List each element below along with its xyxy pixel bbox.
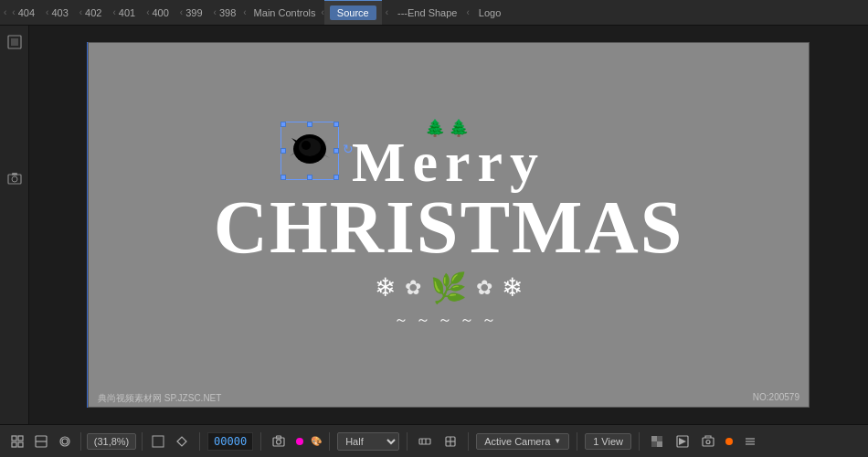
svg-rect-32 (651, 436, 657, 441)
christmas-text: CHRISTMAS (214, 192, 684, 263)
bottom-toolbar: (31,8%) 00000 🎨 HalfFullQuarterThird Act… (0, 424, 868, 457)
toolbar-divider-6 (407, 432, 408, 451)
handle-bot-mid[interactable] (307, 175, 312, 180)
christmas-subtitle: ❄ ✿ 🌿 ✿ ❄ (375, 271, 523, 305)
select-tool-icon[interactable] (5, 33, 24, 51)
merry-text: Merry (352, 133, 545, 192)
toolbar-divider-7 (468, 432, 469, 451)
tab-402[interactable]: ‹ 402 (74, 0, 108, 26)
tab-bar: ‹ ‹ 404 ‹ 403 ‹ 402 ‹ 401 ‹ 400 ‹ 399 ‹ … (0, 0, 868, 26)
handle-bot-right[interactable] (333, 175, 339, 180)
svg-point-7 (302, 141, 311, 150)
tab-403[interactable]: ‹ 403 (40, 0, 74, 26)
tab-logo[interactable]: Logo (473, 0, 506, 26)
tab-logo-chevron: ‹ (466, 7, 469, 17)
svg-point-38 (706, 440, 710, 443)
svg-point-19 (62, 439, 68, 444)
svg-rect-35 (651, 441, 657, 447)
handle-mid-left[interactable] (281, 148, 286, 154)
toggle-transparency-btn[interactable] (647, 433, 667, 450)
toolbar-left-group: (31,8%) (7, 432, 192, 451)
snowflake-left-icon: ❄ (375, 272, 396, 303)
svg-rect-12 (12, 436, 16, 441)
holly-icon: 🌿 (430, 271, 467, 305)
quality-select[interactable]: HalfFullQuarterThird (337, 432, 399, 451)
tab-end-shape[interactable]: ---End Shape (392, 0, 462, 26)
snowflake-right-icon: ❄ (502, 272, 523, 303)
handle-top-right[interactable] (333, 122, 339, 127)
svg-rect-15 (18, 442, 23, 447)
safe-zones-btn[interactable] (55, 433, 75, 450)
rotation-hint: ↻ (343, 142, 354, 156)
swirl-decoration: ～～～～～ (394, 311, 503, 330)
main-area: 🌲🌲 Merry CHRISTMAS ❄ ✿ 🌿 ✿ ❄ (0, 26, 868, 424)
svg-rect-1 (11, 38, 18, 46)
camera-tool-icon[interactable] (5, 170, 24, 188)
divider-chevron: ‹ (243, 7, 246, 17)
snowflake-right2-icon: ✿ (476, 276, 492, 300)
color-wheel-icon[interactable]: 🎨 (311, 436, 322, 446)
toolbar-divider-1 (80, 432, 81, 451)
snowflake-left2-icon: ✿ (405, 276, 421, 300)
svg-rect-37 (703, 438, 714, 446)
ink-blob (288, 127, 332, 171)
toolbar-divider-9 (639, 432, 640, 451)
svg-rect-13 (18, 436, 23, 441)
fit-to-comp-btn[interactable] (7, 433, 27, 450)
zoom-display: (31,8%) (87, 433, 136, 450)
svg-point-3 (12, 176, 17, 182)
camera-dropdown-icon: ▼ (554, 437, 561, 445)
tab-398[interactable]: ‹ 398 (208, 0, 242, 26)
toolbar-divider-4 (260, 432, 261, 451)
tab-source[interactable]: Source (324, 0, 382, 26)
canvas-area: 🌲🌲 Merry CHRISTMAS ❄ ✿ 🌿 ✿ ❄ (29, 26, 868, 424)
handle-top-left[interactable] (281, 122, 286, 127)
magenta-indicator (296, 438, 303, 445)
toggle-mask-btn[interactable] (440, 433, 460, 450)
capture-frame-btn[interactable] (269, 433, 289, 450)
tab-end-chevron: ‹ (386, 7, 388, 17)
orange-indicator (725, 438, 733, 445)
toggle-channels-btn[interactable] (415, 433, 435, 450)
handle-mid-right[interactable] (333, 148, 339, 154)
toolbar-divider-3 (199, 432, 200, 451)
svg-rect-26 (419, 439, 430, 444)
panel-options-btn[interactable] (740, 433, 760, 450)
svg-rect-33 (657, 441, 662, 447)
snapshot-btn[interactable] (698, 433, 718, 450)
timecode-display: 00000 (207, 432, 253, 451)
tab-401[interactable]: ‹ 401 (107, 0, 141, 26)
svg-rect-34 (657, 436, 662, 441)
left-sidebar (0, 26, 29, 424)
composition-canvas[interactable]: 🌲🌲 Merry CHRISTMAS ❄ ✿ 🌿 ✿ ❄ (88, 42, 810, 408)
handle-bot-left[interactable] (281, 175, 286, 180)
active-camera-btn[interactable]: Active Camera ▼ (476, 433, 569, 450)
toolbar-divider-8 (577, 432, 577, 451)
svg-rect-4 (12, 173, 17, 175)
svg-rect-14 (12, 442, 16, 447)
view-layout-btn[interactable]: 1 View (585, 433, 631, 450)
tab-main-controls[interactable]: Main Controls (249, 0, 322, 26)
render-btn[interactable] (672, 433, 693, 450)
christmas-content: 🌲🌲 Merry CHRISTMAS ❄ ✿ 🌿 ✿ ❄ (89, 43, 809, 407)
toolbar-divider-5 (329, 432, 330, 451)
tab-400[interactable]: ‹ 400 (141, 0, 175, 26)
composition-wrapper: 🌲🌲 Merry CHRISTMAS ❄ ✿ 🌿 ✿ ❄ (88, 42, 810, 408)
svg-point-24 (277, 440, 281, 444)
snap-btn[interactable] (172, 433, 192, 450)
view-options-btn[interactable] (31, 433, 51, 450)
tab-399[interactable]: ‹ 399 (175, 0, 208, 26)
tab-404[interactable]: ‹ 404 (6, 0, 40, 26)
svg-rect-20 (153, 436, 164, 447)
toolbar-divider-2 (142, 432, 143, 451)
toggle-grid-btn[interactable] (148, 433, 168, 450)
